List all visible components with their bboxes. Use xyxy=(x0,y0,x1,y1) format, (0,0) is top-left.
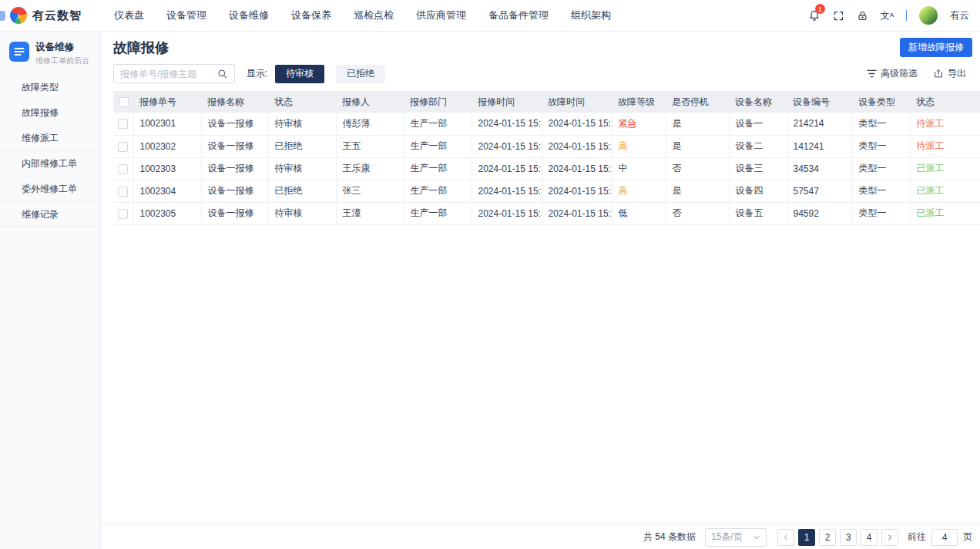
toolbar: 显示: 待审核 已拒绝 高级筛选 导出 xyxy=(113,64,972,83)
search-input[interactable] xyxy=(120,69,217,79)
sidebar-module-header: 设备维修 维修工单前后台 xyxy=(0,32,100,75)
table-row[interactable]: 1002301 设备一报修 待审核 傅彭薄 生产一部 2024-01-15 15… xyxy=(113,113,980,135)
col-fault-time: 故障时间 xyxy=(542,91,612,113)
next-page-button[interactable] xyxy=(881,529,898,546)
lock-icon[interactable] xyxy=(857,10,868,22)
sidebar-item-repair-dispatch[interactable]: 维修派工 xyxy=(0,126,100,151)
chevron-down-icon xyxy=(753,534,760,541)
fault-report-table: 报修单号 报修名称 状态 报修人 报修部门 报修时间 故障时间 故障等级 是否停… xyxy=(113,91,980,225)
col-device-type: 设备类型 xyxy=(852,91,910,113)
avatar[interactable] xyxy=(919,6,938,25)
main-content: 故障报修 新增故障报修 显示: 待审核 已拒绝 高级筛选 xyxy=(101,32,980,524)
sidebar-item-internal-work-order[interactable]: 内部维修工单 xyxy=(0,151,100,177)
export-icon xyxy=(933,69,944,79)
table-row[interactable]: 1002305 设备一报修 待审核 王潼 生产一部 2024-01-15 15:… xyxy=(113,202,980,224)
logo-icon: ♪ xyxy=(10,7,27,24)
advanced-filter-button[interactable]: 高级筛选 xyxy=(867,67,918,80)
col-order-no: 报修单号 xyxy=(133,91,201,113)
user-name: 有云 xyxy=(950,9,969,22)
total-count-label: 共 54 条数据 xyxy=(643,530,696,544)
logo-text: 有云数智 xyxy=(32,8,82,23)
table-row[interactable]: 1002303 设备一报修 待审核 王乐康 生产一部 2024-01-15 15… xyxy=(113,157,980,180)
page-unit-label: 页 xyxy=(963,530,972,544)
filter-pending-button[interactable]: 待审核 xyxy=(275,65,324,83)
display-label: 显示: xyxy=(247,67,267,80)
col-device-name: 设备名称 xyxy=(729,91,787,113)
page-button-3[interactable]: 3 xyxy=(840,529,857,546)
col-department: 报修部门 xyxy=(404,91,472,113)
add-fault-report-button[interactable]: 新增故障报修 xyxy=(900,38,972,57)
sidebar-menu: 故障类型 故障报修 维修派工 内部维修工单 委外维修工单 维修记录 xyxy=(0,75,100,227)
notification-bell-icon[interactable]: 1 xyxy=(808,9,821,22)
col-report-time: 报修时间 xyxy=(472,91,542,113)
row-checkbox[interactable] xyxy=(118,164,128,174)
language-switch-icon[interactable]: 文A xyxy=(881,11,894,20)
col-fault-level: 故障等级 xyxy=(612,91,666,113)
col-reporter: 报修人 xyxy=(336,91,404,113)
nav-dashboard[interactable]: 仪表盘 xyxy=(114,8,144,22)
page-button-4[interactable]: 4 xyxy=(861,529,878,546)
page-button-1[interactable]: 1 xyxy=(798,529,815,546)
sidebar-item-repair-records[interactable]: 维修记录 xyxy=(0,202,100,227)
table-row[interactable]: 1002302 设备一报修 已拒绝 王五 生产一部 2024-01-15 15:… xyxy=(113,135,980,157)
goto-page-input[interactable] xyxy=(931,529,958,546)
table-header-row: 报修单号 报修名称 状态 报修人 报修部门 报修时间 故障时间 故障等级 是否停… xyxy=(113,91,980,113)
pager: 1 2 3 4 xyxy=(777,529,898,546)
nav-org-structure[interactable]: 组织架构 xyxy=(571,8,611,22)
goto-page: 前往 页 xyxy=(908,529,972,546)
nav-device-repair[interactable]: 设备维修 xyxy=(229,8,269,22)
row-checkbox[interactable] xyxy=(118,119,128,129)
row-checkbox[interactable] xyxy=(118,187,128,197)
nav-inspection[interactable]: 巡检点检 xyxy=(354,8,394,22)
vertical-separator xyxy=(906,10,907,21)
filter-icon xyxy=(867,69,877,78)
module-subtitle: 维修工单前后台 xyxy=(35,56,89,66)
page-button-2[interactable]: 2 xyxy=(819,529,836,546)
pagination-bar: 共 54 条数据 15条/页 1 2 3 4 前往 页 xyxy=(101,524,980,549)
goto-label: 前往 xyxy=(908,530,926,544)
module-list-icon xyxy=(9,42,29,62)
logo[interactable]: ♪ 有云数智 xyxy=(0,7,102,24)
sidebar: 设备维修 维修工单前后台 故障类型 故障报修 维修派工 内部维修工单 委外维修工… xyxy=(0,32,101,549)
topbar-right: 1 文A 有云 xyxy=(808,6,980,25)
col-status: 状态 xyxy=(268,91,336,113)
nav-supplier-management[interactable]: 供应商管理 xyxy=(416,8,466,22)
top-navigation: 仪表盘 设备管理 设备维修 设备保养 巡检点检 供应商管理 备品备件管理 组织架… xyxy=(114,8,611,22)
page-title: 故障报修 xyxy=(113,39,169,57)
search-icon[interactable] xyxy=(217,69,228,79)
filter-rejected-button[interactable]: 已拒绝 xyxy=(336,65,385,83)
col-report-name: 报修名称 xyxy=(201,91,268,113)
sidebar-item-outsourced-work-order[interactable]: 委外维修工单 xyxy=(0,177,100,202)
row-checkbox[interactable] xyxy=(118,142,128,152)
prev-page-button[interactable] xyxy=(777,529,794,546)
module-title: 设备维修 xyxy=(35,42,89,53)
col-device-no: 设备编号 xyxy=(787,91,852,113)
page-size-select[interactable]: 15条/页 xyxy=(705,528,767,547)
fullscreen-icon[interactable] xyxy=(833,10,844,22)
notification-badge: 1 xyxy=(815,4,825,14)
sidebar-item-fault-report[interactable]: 故障报修 xyxy=(0,100,100,126)
col-dispatch-status: 状态 xyxy=(910,91,980,113)
nav-device-management[interactable]: 设备管理 xyxy=(166,8,206,22)
search-box xyxy=(113,64,235,83)
nav-spare-parts[interactable]: 备品备件管理 xyxy=(488,8,549,22)
nav-device-maintenance[interactable]: 设备保养 xyxy=(291,8,331,22)
select-all-checkbox[interactable] xyxy=(119,97,129,107)
sidebar-item-fault-type[interactable]: 故障类型 xyxy=(0,75,100,100)
top-bar: ♪ 有云数智 仪表盘 设备管理 设备维修 设备保养 巡检点检 供应商管理 备品备… xyxy=(0,0,980,32)
export-button[interactable]: 导出 xyxy=(933,67,966,80)
row-checkbox[interactable] xyxy=(118,209,128,219)
col-shutdown: 是否停机 xyxy=(666,91,729,113)
edge-decoration xyxy=(0,11,5,21)
table-row[interactable]: 1002304 设备一报修 已拒绝 张三 生产一部 2024-01-15 15:… xyxy=(113,180,980,202)
